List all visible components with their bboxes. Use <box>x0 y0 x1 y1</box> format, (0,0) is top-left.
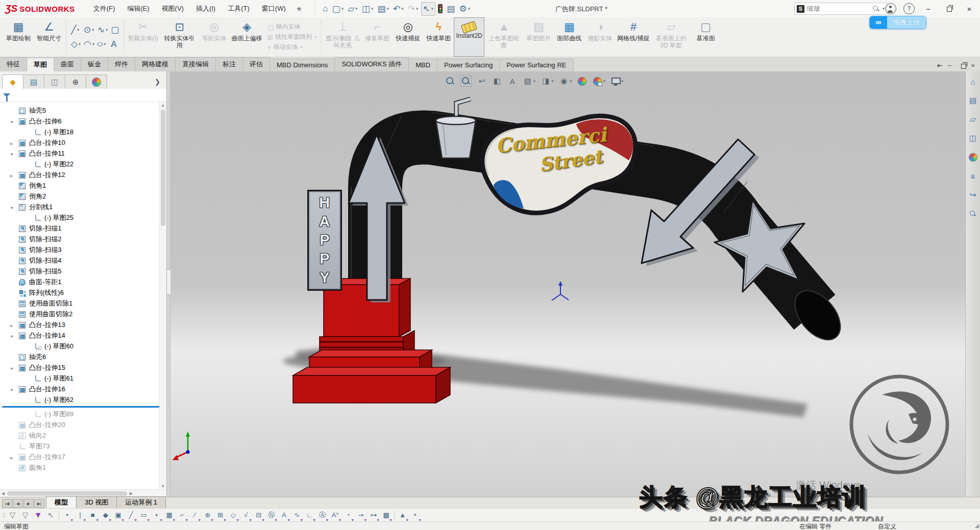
filter-balloons-icon[interactable]: Ⓐ <box>316 509 329 521</box>
scroll-left-icon[interactable]: ◀ <box>0 491 6 496</box>
feature-tree-item[interactable]: 凸台-拉伸12 <box>0 169 166 180</box>
headsup-tool-button[interactable]: ▧ <box>522 75 537 87</box>
feature-tree-item[interactable]: 切除-扫描3 <box>0 244 166 255</box>
headsup-tool-button[interactable] <box>459 74 473 88</box>
task-pane-button[interactable]: ↪ <box>967 189 979 201</box>
quick-tool-button[interactable]: ▢ <box>331 3 346 15</box>
expander-icon[interactable] <box>9 385 15 393</box>
rebuild-icon-button[interactable] <box>436 3 444 14</box>
clear-filters-icon[interactable]: ↖ <box>44 509 57 521</box>
feature-tree-item[interactable]: 抽壳6 <box>0 351 166 362</box>
ribbon-button[interactable]: ◑ 侧影实体 <box>584 17 615 57</box>
filter-surface-bodies-icon[interactable]: ◆ <box>99 509 112 521</box>
task-pane-button[interactable] <box>967 151 979 163</box>
feature-tree-item[interactable]: 切除-扫描4 <box>0 255 166 266</box>
ribbon-button[interactable]: ▱ 基准面上的 3D 草图 <box>652 17 691 57</box>
filter-weld-symbols-icon[interactable]: ∿ <box>290 509 303 521</box>
command-tab[interactable]: 网格建模 <box>135 57 176 71</box>
command-tab[interactable]: 标注 <box>215 57 243 71</box>
feature-tree-tab[interactable]: ◆ <box>2 74 23 89</box>
bounding-box-tool[interactable]: ▢ <box>110 24 120 36</box>
menu-item[interactable]: 视图(V) <box>157 2 189 15</box>
filter-gtol-icon[interactable]: ∟ <box>303 509 316 521</box>
scroll-up-icon[interactable]: ▲ <box>161 102 165 109</box>
feature-tree-item[interactable]: (-) 草图18 <box>0 127 166 137</box>
search-dropdown-icon[interactable]: ▾ <box>882 6 885 11</box>
feature-tree-item[interactable]: 凸台-拉伸14 <box>0 330 166 341</box>
tab-nav-button[interactable]: ▶ <box>23 499 34 508</box>
feature-tree-item[interactable]: 分割线1 <box>0 201 166 212</box>
ribbon-small-button[interactable]: + 移动实体 <box>267 43 317 52</box>
feature-tree-item[interactable]: 阵列(线性)6 <box>0 287 166 298</box>
feature-tree-item[interactable]: (-) 草图62 <box>0 394 166 405</box>
document-tab[interactable]: 运动算例 1 <box>116 496 166 509</box>
expander-icon[interactable] <box>9 171 15 179</box>
headsup-tool-button[interactable]: ↩ <box>476 75 488 87</box>
property-manager-tab[interactable]: ▤ <box>23 74 44 89</box>
headsup-tool-button[interactable]: A <box>506 75 519 87</box>
command-tab[interactable]: MBD <box>408 59 437 71</box>
tab-nav-button[interactable]: ▶| <box>34 499 44 508</box>
headsup-tool-button[interactable]: ◉ <box>558 75 573 87</box>
headsup-tool-button[interactable] <box>609 75 625 87</box>
command-tab[interactable]: Power Surfacing RE <box>499 59 573 71</box>
filter-points-icon[interactable]: ▪ <box>150 509 163 521</box>
filter-connection-points-icon[interactable]: ⊸ <box>354 509 367 521</box>
task-pane-button[interactable]: ▤ <box>967 94 979 107</box>
feature-tree-item[interactable]: (-) 草图22 <box>0 159 166 169</box>
task-pane-button[interactable]: ◫ <box>967 132 979 144</box>
expander-icon[interactable] <box>9 453 15 461</box>
command-tab[interactable]: MBD Dimensions <box>270 59 335 71</box>
filter-weld-beads-icon[interactable]: ▲ <box>396 509 409 521</box>
filter-section-icon[interactable]: ◔ <box>341 509 354 521</box>
restore-button[interactable] <box>942 4 955 13</box>
text-tool[interactable]: A <box>110 38 120 51</box>
task-pane-button[interactable]: ≡ <box>967 170 979 182</box>
panel-splitter[interactable] <box>167 71 170 497</box>
filter-solid-bodies-icon[interactable]: ▣ <box>112 509 125 521</box>
user-account-icon[interactable] <box>885 3 896 14</box>
filter-sketches-icon[interactable]: ▦ <box>163 509 176 521</box>
expander-icon[interactable] <box>9 321 15 329</box>
feature-tree-item[interactable]: 凸台-拉伸20 <box>0 419 166 430</box>
filter-midpoints-icon[interactable]: ∕ <box>188 509 201 521</box>
feature-tree-item[interactable]: 切除-扫描5 <box>0 266 166 276</box>
command-tab[interactable]: 特征 <box>0 57 27 71</box>
feature-tree-item[interactable]: 倒角2 <box>0 191 166 201</box>
feature-tree-item[interactable]: 凸台-拉伸17 <box>0 451 166 462</box>
quick-tool-button[interactable]: ▤ <box>445 3 456 15</box>
feature-tree-item[interactable]: 凸台-拉伸13 <box>0 319 166 330</box>
expander-icon[interactable] <box>9 203 15 211</box>
filter-sketch-segments-icon[interactable]: ⌐ <box>176 509 188 521</box>
filter-dimensions-icon[interactable]: ◇ <box>227 509 239 521</box>
task-pane-button[interactable]: ▱ <box>967 113 979 125</box>
ellipse-tool[interactable]: ○ <box>96 38 109 51</box>
ribbon-button[interactable]: Instant2D <box>454 17 484 57</box>
scrollbar-thumb[interactable] <box>161 110 165 226</box>
command-tab[interactable]: 焊件 <box>108 57 135 71</box>
baidu-upload-button[interactable]: ∞ 拖拽上传 <box>869 16 926 29</box>
doc-minimize-icon[interactable]: − <box>948 62 952 69</box>
ribbon-button[interactable]: ⊥ 显示/删除 几何关系 <box>323 17 362 57</box>
expander-icon[interactable] <box>9 149 15 157</box>
expander-icon[interactable] <box>9 117 15 125</box>
feature-tree-item[interactable]: 抽壳5 <box>0 105 166 116</box>
ribbon-button[interactable]: # 网格线/捕捉 <box>615 17 651 57</box>
command-tab[interactable]: 评估 <box>242 57 270 71</box>
headsup-tool-button[interactable] <box>576 75 588 87</box>
command-tab[interactable]: Power Surfacing <box>437 59 500 71</box>
sep[interactable] <box>57 509 61 521</box>
ribbon-button[interactable]: ϟ 快速草图 <box>423 17 454 57</box>
filter-planes-icon[interactable]: ▭ <box>137 509 150 521</box>
line-tool[interactable]: ╱ <box>70 24 82 36</box>
ribbon-button[interactable]: ▦ 草图绘制 <box>3 17 34 57</box>
feature-tree-item[interactable]: (-) 草图25 <box>0 212 166 223</box>
feature-tree-item[interactable]: 切除-扫描2 <box>0 234 166 244</box>
filter-notes-icon[interactable]: ⊟ <box>252 509 265 521</box>
polygon-tool[interactable]: ◇ <box>70 38 82 51</box>
ribbon-button[interactable]: ▲ 上色草图轮廓 <box>484 17 523 57</box>
feature-tree-item[interactable]: 切除-扫描1 <box>0 223 166 234</box>
scrollbar-thumb[interactable] <box>7 491 127 496</box>
rollback-bar[interactable] <box>2 406 161 408</box>
quick-tool-button[interactable]: ⚙ <box>457 3 472 15</box>
